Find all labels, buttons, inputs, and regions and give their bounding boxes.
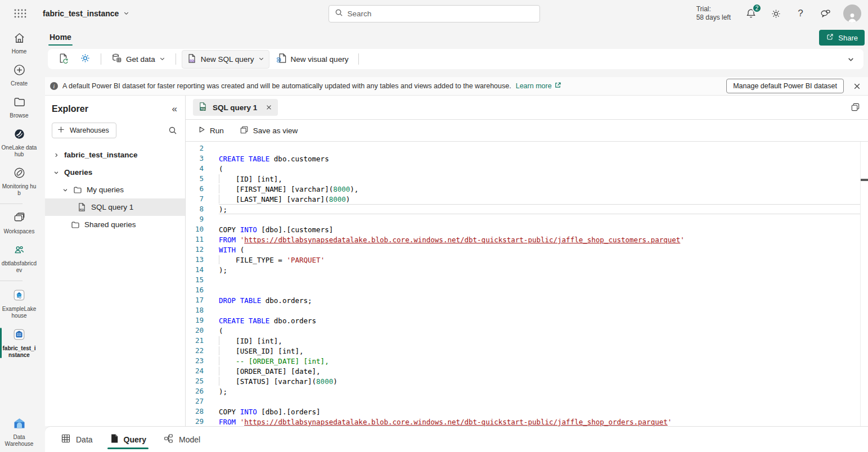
save-as-view-button[interactable]: Save as view (235, 123, 303, 139)
line-number: 9 (186, 214, 204, 224)
dataset-info-banner: i A default Power BI dataset for faster … (45, 77, 868, 96)
search-icon[interactable] (168, 126, 177, 135)
code-text (219, 275, 860, 285)
help-button[interactable]: ? (794, 7, 807, 20)
line-number: 5 (186, 174, 204, 184)
code-line-5: 5 [ID] [int], (186, 174, 860, 184)
line-number: 17 (186, 295, 204, 305)
bottom-tab-query[interactable]: Query (105, 427, 151, 452)
rail-item-browse[interactable]: Browse (0, 91, 38, 123)
get-data-button[interactable]: Get data (107, 50, 170, 68)
settings-gear-button[interactable] (75, 50, 95, 68)
close-tab-icon[interactable] (266, 104, 272, 111)
tree-item-sql-query-1[interactable]: SQLSQL query 1 (45, 198, 185, 216)
tree-item-shared-queries[interactable]: Shared queries (45, 216, 185, 233)
banner-text: A default Power BI dataset for faster re… (62, 82, 511, 90)
bottom-tab-model[interactable]: Model (159, 427, 205, 452)
manage-dataset-button[interactable]: Manage default Power BI dataset (726, 79, 844, 93)
chevron-down-icon[interactable] (53, 170, 60, 175)
divider (176, 53, 176, 65)
ribbon-collapse-chevron-icon[interactable] (847, 56, 854, 63)
svg-text:SQL: SQL (190, 59, 195, 62)
lakehouse-icon (12, 288, 26, 304)
line-number: 26 (186, 386, 204, 396)
new-warehouse-button[interactable]: Warehouses (52, 123, 116, 138)
chevron-down-icon (258, 55, 264, 64)
bottom-tab-data[interactable]: Data (56, 427, 97, 452)
info-icon: i (50, 82, 58, 90)
rail-item-data-warehouse[interactable]: Data Warehouse (1, 417, 37, 452)
rail-item-label: fabric_test_instance (1, 345, 37, 359)
explorer-panel: Explorer « Warehouses fabric_test_instan… (45, 96, 186, 426)
rail-item-label: Create (1, 80, 37, 87)
rail-item-workspaces[interactable]: Workspaces (0, 207, 38, 239)
tree-item-queries[interactable]: Queries (45, 164, 185, 181)
header-strip: Home Share (45, 27, 868, 48)
line-number: 23 (186, 356, 204, 366)
left-rail: HomeCreateBrowseOneLake data hubMonitori… (0, 27, 38, 452)
code-line-29: 29FROM 'https://dbtlabsynapsedatalake.bl… (186, 417, 860, 426)
code-text: -- [ORDER_DATE] [int], (219, 356, 860, 366)
code-line-4: 4( (186, 164, 860, 174)
code-line-8: 8); (186, 204, 860, 214)
tab-home[interactable]: Home (48, 28, 73, 47)
search-input[interactable]: Search (329, 5, 540, 22)
rail-item-label: dbtlabsfabricdev (1, 260, 37, 274)
query-tab[interactable]: SQL SQL query 1 (193, 99, 278, 116)
code-text: ); (219, 265, 860, 275)
bottom-tab-label: Model (179, 435, 200, 444)
workspace-switcher[interactable]: fabric_test_instance (43, 9, 129, 18)
tree-item-my-queries[interactable]: My queries (45, 181, 185, 198)
search-placeholder: Search (348, 10, 372, 18)
share-icon (826, 33, 834, 43)
avatar[interactable] (843, 4, 861, 22)
learn-more-link[interactable]: Learn more (516, 82, 561, 91)
code-text: [STATUS] [varchar](8000) (219, 376, 860, 386)
share-button[interactable]: Share (819, 30, 865, 46)
tree-item-fabric-test-instance[interactable]: fabric_test_instance (45, 146, 185, 164)
line-number: 27 (186, 396, 204, 406)
chevron-right-icon[interactable] (53, 152, 60, 158)
rail-item-home[interactable]: Home (0, 27, 38, 59)
code-text: COPY INTO [dbo].[customers] (219, 224, 860, 234)
notification-badge: 2 (752, 3, 762, 13)
search-icon (335, 8, 343, 19)
line-number: 13 (186, 255, 204, 265)
rail-item-label: Browse (1, 112, 37, 119)
sql-editor[interactable]: 23CREATE TABLE dbo.customers4(5 [ID] [in… (186, 142, 868, 426)
new-visual-query-button[interactable]: New visual query (272, 50, 353, 68)
line-number: 18 (186, 305, 204, 315)
chevron-down-icon[interactable] (62, 187, 69, 193)
visual-query-document-icon (276, 53, 287, 65)
line-number: 24 (186, 366, 204, 376)
refresh-document-button[interactable] (53, 50, 73, 68)
code-text: ); (219, 204, 860, 214)
bottom-tab-label: Data (76, 435, 93, 444)
app-launcher-icon[interactable] (14, 8, 27, 19)
code-line-27: 27 (186, 396, 860, 406)
code-line-7: 7 [LAST_NAME] [varchar](8000) (186, 194, 860, 204)
run-button[interactable]: Run (193, 123, 229, 138)
code-line-20: 20( (186, 326, 860, 336)
rail-item-monitoring-hub[interactable]: Monitoring hub (0, 162, 38, 201)
rail-item-fabric-test-instance[interactable]: fabric_test_instance (0, 323, 38, 363)
new-sql-query-button[interactable]: SQL New SQL query (182, 50, 269, 69)
rail-item-examplelakehouse[interactable]: ExampleLakehouse (0, 284, 38, 323)
code-text: WITH ( (219, 245, 860, 255)
notifications-button[interactable]: 2 (744, 7, 758, 20)
banner-close-icon[interactable] (852, 81, 862, 92)
feedback-button[interactable] (818, 7, 832, 20)
rail-item-dbtlabsfabricdev[interactable]: dbtlabsfabricdev (0, 239, 38, 278)
rail-item-create[interactable]: Create (0, 59, 38, 91)
settings-button[interactable] (769, 7, 782, 20)
code-text (219, 143, 860, 153)
grid-icon (61, 433, 71, 445)
editor-scrollbar[interactable] (860, 142, 868, 426)
copy-icon[interactable] (851, 102, 860, 112)
code-line-19: 19CREATE TABLE dbo.orders (186, 315, 860, 326)
code-text (219, 214, 860, 224)
code-line-28: 28COPY INTO [dbo].[orders] (186, 406, 860, 417)
rail-item-onelake-data-hub[interactable]: OneLake data hub (0, 123, 38, 162)
collapse-panel-icon[interactable]: « (172, 103, 177, 115)
code-text: FROM 'https://dbtlabsynapsedatalake.blob… (219, 234, 860, 245)
